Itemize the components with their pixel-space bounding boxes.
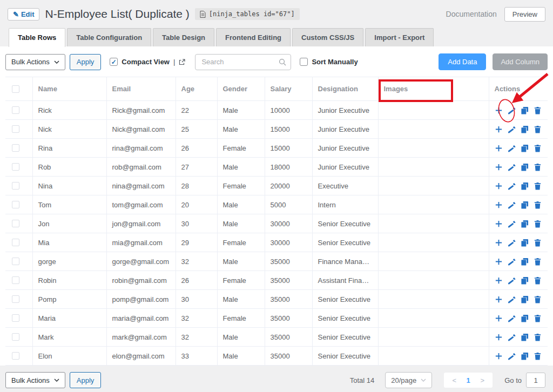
trash-icon[interactable]	[534, 333, 542, 341]
pencil-icon[interactable]	[508, 295, 516, 303]
trash-icon[interactable]	[534, 163, 542, 171]
pencil-icon[interactable]	[508, 163, 516, 171]
plus-icon[interactable]	[495, 314, 503, 322]
add-data-button[interactable]: Add Data	[439, 53, 486, 70]
row-checkbox[interactable]	[12, 125, 19, 133]
pencil-icon[interactable]	[508, 144, 516, 152]
pencil-icon[interactable]	[508, 314, 516, 322]
go-to-page-input[interactable]	[526, 373, 545, 388]
plus-icon[interactable]	[495, 258, 503, 266]
row-checkbox[interactable]	[12, 314, 19, 322]
plus-icon[interactable]	[495, 352, 503, 360]
trash-icon[interactable]	[534, 276, 542, 285]
next-page-button[interactable]: >	[475, 376, 489, 384]
pencil-icon[interactable]	[508, 239, 516, 247]
duplicate-icon[interactable]	[521, 276, 529, 285]
pencil-icon[interactable]	[508, 182, 516, 190]
row-checkbox[interactable]	[12, 144, 19, 152]
duplicate-icon[interactable]	[521, 182, 529, 190]
row-checkbox[interactable]	[12, 163, 19, 171]
plus-icon[interactable]	[495, 333, 503, 341]
table-row: Elon elon@gmail.com 33 Male 35000 Senior…	[5, 347, 548, 366]
external-link-icon[interactable]	[179, 59, 185, 65]
documentation-link[interactable]: Documentation	[446, 10, 497, 18]
shortcode-badge[interactable]: [ninja_tables id="67"]	[195, 8, 300, 20]
plus-icon[interactable]	[495, 125, 503, 133]
tab-table-design[interactable]: Table Design	[153, 28, 214, 46]
duplicate-icon[interactable]	[521, 144, 529, 152]
cell-designation: Senior Executive	[312, 290, 378, 309]
trash-icon[interactable]	[534, 201, 542, 209]
plus-icon[interactable]	[495, 295, 503, 303]
trash-icon[interactable]	[534, 182, 542, 190]
plus-icon[interactable]	[495, 201, 503, 209]
add-column-button[interactable]: Add Column	[493, 53, 548, 70]
duplicate-icon[interactable]	[521, 295, 529, 303]
plus-icon[interactable]	[495, 163, 503, 171]
pencil-icon[interactable]	[508, 352, 516, 360]
compact-view-checkbox[interactable]: ✓	[110, 58, 118, 66]
pencil-icon[interactable]	[508, 276, 516, 285]
per-page-select[interactable]: 20/page	[385, 372, 432, 388]
tab-custom-css-js[interactable]: Custom CSS/JS	[292, 28, 363, 46]
cell-salary: 20000	[265, 177, 312, 195]
trash-icon[interactable]	[534, 314, 542, 322]
duplicate-icon[interactable]	[521, 125, 529, 133]
select-all-checkbox[interactable]	[12, 85, 19, 93]
sort-manually-checkbox[interactable]	[300, 58, 308, 66]
trash-icon[interactable]	[534, 144, 542, 152]
edit-title-button[interactable]: ✎ Edit	[8, 8, 39, 21]
duplicate-icon[interactable]	[521, 239, 529, 247]
apply-button-bottom[interactable]: Apply	[70, 372, 102, 388]
duplicate-icon[interactable]	[521, 201, 529, 209]
bulk-actions-select[interactable]: Bulk Actions	[5, 54, 65, 70]
duplicate-icon[interactable]	[521, 314, 529, 322]
duplicate-icon[interactable]	[521, 258, 529, 266]
row-checkbox[interactable]	[12, 295, 19, 303]
trash-icon[interactable]	[534, 295, 542, 303]
row-checkbox[interactable]	[12, 333, 19, 341]
row-checkbox[interactable]	[12, 352, 19, 360]
search-input[interactable]	[195, 54, 291, 70]
bulk-actions-select-bottom[interactable]: Bulk Actions	[5, 372, 65, 388]
plus-icon[interactable]	[495, 239, 503, 247]
row-checkbox[interactable]	[12, 239, 19, 246]
plus-icon[interactable]	[495, 182, 503, 190]
trash-icon[interactable]	[534, 352, 542, 360]
row-checkbox[interactable]	[12, 276, 19, 284]
duplicate-icon[interactable]	[521, 106, 529, 114]
plus-icon[interactable]	[495, 220, 503, 228]
tab-table-rows[interactable]: Table Rows	[9, 28, 65, 47]
tab-table-configuration[interactable]: Table Configuration	[67, 28, 151, 46]
row-checkbox[interactable]	[12, 201, 19, 208]
tab-frontend-editing[interactable]: Frontend Editing	[216, 28, 291, 46]
pencil-icon[interactable]	[508, 220, 516, 228]
pencil-icon[interactable]	[508, 258, 516, 266]
pencil-icon[interactable]	[508, 201, 516, 209]
plus-icon[interactable]	[495, 144, 503, 152]
trash-icon[interactable]	[534, 106, 542, 114]
plus-icon[interactable]	[495, 276, 503, 285]
preview-button[interactable]: Preview	[504, 7, 545, 22]
row-checkbox[interactable]	[12, 258, 19, 265]
trash-icon[interactable]	[534, 220, 542, 228]
duplicate-icon[interactable]	[521, 220, 529, 228]
plus-icon[interactable]	[495, 106, 503, 114]
trash-icon[interactable]	[534, 239, 542, 247]
prev-page-button[interactable]: <	[447, 376, 461, 384]
duplicate-icon[interactable]	[521, 352, 529, 360]
duplicate-icon[interactable]	[521, 333, 529, 341]
row-checkbox[interactable]	[12, 220, 19, 227]
row-checkbox[interactable]	[12, 182, 19, 190]
tab-import-export[interactable]: Import - Export	[365, 28, 434, 46]
apply-button[interactable]: Apply	[70, 54, 102, 70]
duplicate-icon[interactable]	[521, 163, 529, 171]
page-number[interactable]: 1	[461, 376, 475, 384]
pencil-icon[interactable]	[508, 106, 516, 114]
trash-icon[interactable]	[534, 125, 542, 133]
pencil-icon[interactable]	[508, 333, 516, 341]
row-checkbox[interactable]	[12, 106, 19, 114]
cell-designation: Assistant Finance ...	[312, 271, 378, 290]
trash-icon[interactable]	[534, 258, 542, 266]
pencil-icon[interactable]	[508, 125, 516, 133]
